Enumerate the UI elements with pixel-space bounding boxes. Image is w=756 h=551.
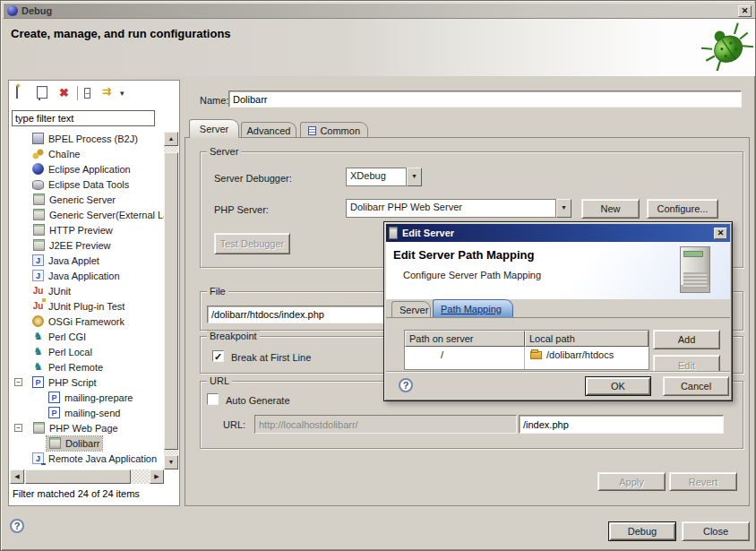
tab-advanced[interactable]: Advanced [241, 122, 296, 138]
dialog-tab-server[interactable]: Server [391, 301, 431, 317]
chain-icon [32, 148, 44, 159]
delete-configuration-button[interactable]: ✖ [59, 86, 69, 99]
server-debugger-select[interactable]: XDebug▼ [346, 168, 422, 186]
php-server-select[interactable]: Dolibarr PHP Web Server▼ [346, 199, 571, 218]
tree-item-remote-java-application[interactable]: JRemote Java Application [11, 451, 165, 466]
new-configuration-button[interactable]: ✦ [16, 87, 18, 98]
tree-item-osgi-framework[interactable]: OSGi Framework [11, 314, 165, 329]
scroll-left-button[interactable]: ◀ [10, 469, 24, 484]
junit-icon: Ju [32, 285, 44, 297]
dialog-close-button[interactable]: ✕ [714, 228, 727, 239]
edit-server-dialog: Edit Server ✕ Edit Server Path Mapping C… [383, 221, 733, 401]
dropdown-arrow-icon[interactable]: ▼ [407, 168, 422, 186]
debug-bug-icon [701, 17, 753, 71]
server-icon [33, 239, 45, 251]
osgi-framework-icon [32, 315, 44, 327]
perl-icon: ♞ [32, 331, 44, 342]
tree-item-generic-server[interactable]: Generic Server [11, 192, 165, 207]
filter-status-text: Filter matched 24 of 24 items [13, 488, 174, 499]
server-group-title: Server [207, 146, 241, 157]
close-button[interactable]: Close [682, 521, 750, 541]
vertical-scroll-thumb[interactable] [164, 152, 178, 450]
tree-item-php-web-page[interactable]: −PHP Web Page [11, 420, 165, 435]
horizontal-scroll-thumb[interactable] [25, 469, 131, 484]
revert-button[interactable]: Revert [669, 472, 737, 491]
tab-common[interactable]: Common [300, 122, 368, 138]
window-close-button[interactable]: ✕ [738, 5, 752, 17]
tree-item-java-application[interactable]: JJava Application [11, 268, 165, 283]
tree-item-perl-remote[interactable]: ♞Perl Remote [11, 359, 165, 375]
duplicate-configuration-button[interactable] [39, 89, 40, 99]
tree-item-generic-server-external[interactable]: Generic Server(External La [11, 207, 165, 222]
tree-item-dolibarr[interactable]: Dolibarr [11, 435, 165, 451]
debug-button[interactable]: Debug [608, 521, 676, 541]
tree-item-php-script[interactable]: −PPHP Script [11, 375, 165, 390]
empty-table-row [405, 363, 649, 369]
tab-server[interactable]: Server [189, 119, 239, 138]
toolbar-menu-arrow[interactable]: ▾ [120, 89, 125, 98]
break-first-line-checkbox[interactable]: ✓ [212, 350, 224, 362]
window-title: Debug [21, 5, 52, 16]
collapse-node-toggle[interactable]: − [14, 378, 22, 386]
folder-icon [530, 351, 542, 359]
scroll-up-button[interactable]: ▲ [164, 132, 178, 146]
tree-item-chaine[interactable]: Chaîne [11, 146, 165, 161]
configuration-name-input[interactable] [228, 90, 742, 108]
tree-item-java-applet[interactable]: JJava Applet [11, 253, 165, 268]
tree-item-eclipse-application[interactable]: Eclipse Application [11, 161, 165, 176]
tree-item-j2ee-preview[interactable]: J2EE Preview [11, 237, 165, 253]
junit-plugin-icon: Ju [32, 300, 44, 312]
collapse-all-button[interactable]: − [84, 87, 90, 98]
edit-mapping-button[interactable]: Edit [653, 355, 720, 371]
dropdown-arrow-icon[interactable]: ▼ [556, 199, 571, 218]
tree-item-eclipse-data-tools[interactable]: Eclipse Data Tools [11, 176, 165, 192]
tree-item-mailing-prepare[interactable]: Pmailing-prepare [11, 390, 165, 405]
java-application-icon: J [32, 270, 44, 281]
tree-item-junit[interactable]: JuJUnit [11, 283, 165, 298]
server-tower-image [680, 246, 710, 293]
filter-input[interactable] [12, 110, 155, 126]
tree-horizontal-scrollbar[interactable]: ◀ ▶ [10, 469, 164, 484]
tree-item-mailing-send[interactable]: Pmailing-send [11, 405, 165, 420]
php-server-label: PHP Server: [214, 204, 269, 215]
column-header-local-path[interactable]: Local path [525, 331, 649, 347]
dialog-header: Edit Server Path Mapping Configure Serve… [386, 242, 730, 299]
breakpoint-group-title: Breakpoint [207, 331, 260, 341]
filter-launch-configurations-button[interactable]: ⇉ [102, 85, 111, 98]
tree-item-perl-local[interactable]: ♞Perl Local [11, 344, 165, 359]
auto-generate-label: Auto Generate [226, 395, 290, 406]
test-debugger-button[interactable]: Test Debugger [214, 233, 290, 254]
dialog-title: Edit Server [402, 228, 454, 238]
column-header-path-on-server[interactable]: Path on server [405, 331, 525, 347]
cancel-button[interactable]: Cancel [663, 376, 729, 396]
debug-configurations-window: Debug ✕ Create, manage, and run configur… [0, 0, 756, 551]
tree-item-perl-cgi[interactable]: ♞Perl CGI [11, 329, 165, 344]
bpel-process-icon [32, 133, 44, 144]
dialog-help-icon[interactable]: ? [399, 378, 413, 392]
configure-server-button[interactable]: Configure... [647, 199, 718, 219]
auto-generate-checkbox[interactable] [207, 393, 219, 405]
new-server-button[interactable]: New [581, 199, 640, 219]
apply-button[interactable]: Apply [597, 472, 666, 491]
collapse-node-toggle[interactable]: − [14, 424, 22, 432]
path-mapping-row[interactable]: / /dolibarr/htdocs [405, 347, 649, 363]
tree-vertical-scrollbar[interactable]: ▲ ▼ [164, 132, 178, 469]
name-label: Name: [200, 95, 228, 106]
php-script-icon: P [48, 392, 60, 403]
ok-button[interactable]: OK [585, 376, 651, 396]
tree-item-junit-plugin-test[interactable]: JuJUnit Plug-in Test [11, 298, 165, 314]
help-icon[interactable]: ? [10, 519, 24, 533]
server-icon [33, 194, 45, 205]
php-script-icon: P [48, 407, 60, 418]
scroll-right-button[interactable]: ▶ [150, 469, 164, 484]
add-mapping-button[interactable]: Add [653, 330, 720, 349]
configurations-tree: BPEL Process (B2J) Chaîne Eclipse Applic… [11, 131, 165, 468]
perl-icon: ♞ [32, 361, 44, 373]
scroll-down-button[interactable]: ▼ [164, 455, 178, 469]
dialog-tab-path-mapping[interactable]: Path Mapping [433, 299, 513, 317]
database-icon [32, 180, 44, 190]
page-title: Create, manage, and run configurations [11, 27, 231, 40]
url-file-input[interactable] [519, 415, 724, 434]
tree-item-bpel-process[interactable]: BPEL Process (B2J) [11, 131, 165, 146]
tree-item-http-preview[interactable]: HTTP Preview [11, 222, 165, 237]
